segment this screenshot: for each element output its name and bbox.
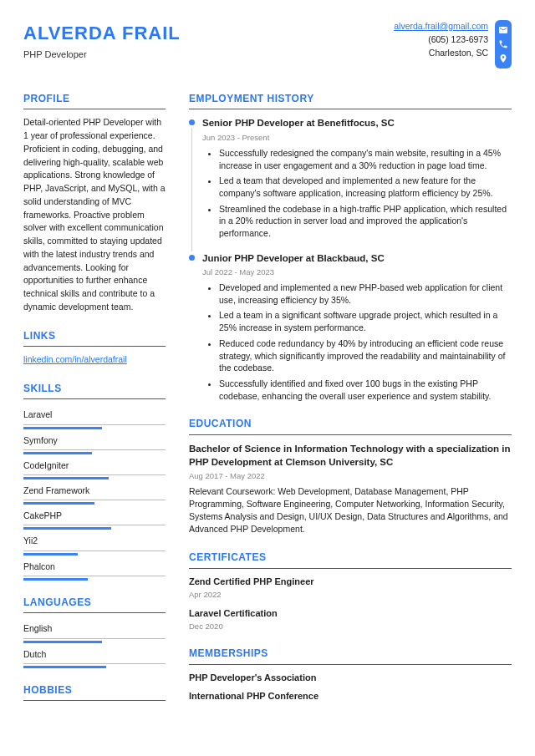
certificate-name: Laravel Certification (189, 607, 512, 621)
certificates-list: Zend Certified PHP EngineerApr 2022Larav… (189, 576, 512, 632)
contact-icons (495, 20, 512, 68)
job-item: Senior PHP Developer at Benefitfocus, SC… (189, 116, 512, 239)
skill-bar (23, 452, 92, 454)
job-bullet: Successfully redesigned the company's ma… (219, 147, 512, 171)
education-heading: EDUCATION (189, 417, 512, 434)
education-date: Aug 2017 - May 2022 (189, 470, 512, 482)
hobbies-heading: HOBBIES (23, 683, 166, 701)
skill-item: Zend Framework (23, 482, 166, 505)
certificate-date: Dec 2020 (189, 621, 512, 632)
certificate-date: Apr 2022 (189, 589, 512, 601)
language-item: English (23, 620, 166, 642)
job-bullets: Developed and implemented a new PHP-base… (202, 282, 512, 402)
certificates-heading: CERTIFICATES (189, 551, 512, 568)
profile-text: Detail-oriented PHP Developer with 1 yea… (23, 116, 166, 313)
mail-icon (498, 25, 508, 35)
left-column: PROFILE Detail-oriented PHP Developer wi… (23, 92, 166, 708)
right-column: EMPLOYMENT HISTORY Senior PHP Developer … (189, 92, 512, 708)
skills-heading: SKILLS (23, 382, 166, 399)
skill-name: CakePHP (23, 507, 166, 525)
skill-bar (23, 553, 78, 556)
skill-item: Yii2 (23, 532, 166, 555)
memberships-list: PHP Developer's AssociationInternational… (189, 672, 512, 703)
skill-bar (23, 502, 94, 505)
languages-heading: LANGUAGES (23, 596, 166, 613)
linkedin-link[interactable]: linkedin.com/in/alverdafrail (23, 354, 127, 364)
location: Charleston, SC (394, 47, 488, 60)
education-title: Bachelor of Science in Information Techn… (189, 442, 512, 469)
skill-name: CodeIgniter (23, 457, 166, 475)
skills-list: LaravelSymfonyCodeIgniterZend FrameworkC… (23, 406, 166, 581)
skill-item: Laravel (23, 406, 166, 429)
email-link[interactable]: alverda.frail@gmail.com (394, 20, 488, 33)
job-date: Jul 2022 - May 2023 (202, 266, 512, 278)
language-name: English (23, 620, 166, 638)
job-bullet: Led a team that developed and implemente… (219, 175, 512, 199)
certificate-item: Laravel CertificationDec 2020 (189, 607, 512, 632)
certificate-name: Zend Certified PHP Engineer (189, 576, 512, 589)
skill-bar (23, 427, 102, 429)
job-title: Junior PHP Developer at Blackbaud, SC (202, 251, 512, 266)
job-bullet: Successfully identified and fixed over 1… (219, 378, 512, 402)
skill-bar (23, 477, 109, 479)
skill-name: Phalcon (23, 558, 166, 576)
job-bullets: Successfully redesigned the company's ma… (202, 147, 512, 240)
skill-bar (23, 527, 111, 530)
language-item: Dutch (23, 646, 166, 668)
job-date: Jun 2023 - Present (202, 132, 512, 144)
person-name: ALVERDA FRAIL (23, 20, 181, 47)
membership-item: PHP Developer's Association (189, 672, 512, 685)
employment-heading: EMPLOYMENT HISTORY (189, 92, 512, 109)
skill-name: Yii2 (23, 532, 166, 551)
profile-heading: PROFILE (23, 92, 166, 109)
header-right: alverda.frail@gmail.com (605) 123-6973 C… (394, 20, 512, 68)
job-title: Senior PHP Developer at Benefitfocus, SC (202, 116, 512, 130)
languages-list: EnglishDutch (23, 620, 166, 667)
job-bullet: Streamlined the codebase in a high-traff… (219, 203, 512, 240)
skill-name: Laravel (23, 406, 166, 424)
columns: PROFILE Detail-oriented PHP Developer wi… (23, 92, 512, 708)
location-icon (498, 53, 508, 63)
header-left: ALVERDA FRAIL PHP Developer (23, 20, 181, 62)
skill-bar (23, 578, 88, 581)
job-bullet: Reduced code redundancy by 40% by introd… (219, 337, 512, 374)
skill-name: Symfony (23, 432, 166, 450)
job-bullet: Led a team in a significant software upg… (219, 309, 512, 333)
language-bar (23, 641, 102, 643)
job-bullet: Developed and implemented a new PHP-base… (219, 282, 512, 306)
job-item: Junior PHP Developer at Blackbaud, SCJul… (189, 251, 512, 403)
skill-item: Symfony (23, 432, 166, 454)
skill-item: CodeIgniter (23, 457, 166, 479)
education-text: Relevant Coursework: Web Development, Da… (189, 485, 512, 536)
skill-name: Zend Framework (23, 482, 166, 500)
header: ALVERDA FRAIL PHP Developer alverda.frai… (23, 20, 512, 68)
language-name: Dutch (23, 646, 166, 664)
person-title: PHP Developer (23, 48, 181, 62)
contact-text: alverda.frail@gmail.com (605) 123-6973 C… (394, 20, 488, 59)
certificate-item: Zend Certified PHP EngineerApr 2022 (189, 576, 512, 601)
jobs-list: Senior PHP Developer at Benefitfocus, SC… (189, 116, 512, 402)
memberships-heading: MEMBERSHIPS (189, 647, 512, 664)
skill-item: CakePHP (23, 507, 166, 530)
phone-icon (498, 39, 508, 49)
membership-item: International PHP Conference (189, 690, 512, 703)
skill-item: Phalcon (23, 558, 166, 581)
links-heading: LINKS (23, 329, 166, 347)
phone: (605) 123-6973 (394, 33, 488, 47)
language-bar (23, 666, 106, 668)
